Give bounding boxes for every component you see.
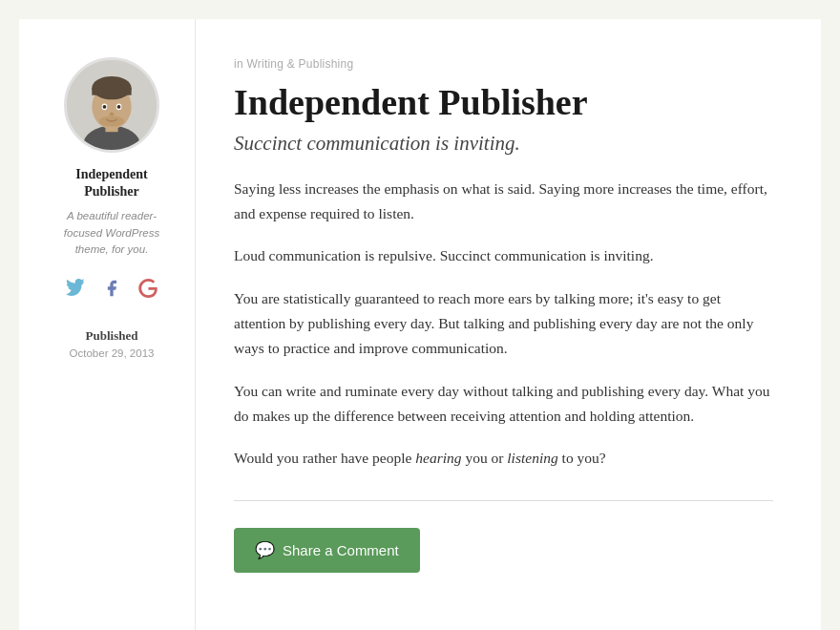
svg-point-11 — [99, 116, 124, 126]
paragraph-2: Loud communication is repulsive. Succinc… — [234, 243, 773, 268]
paragraph-1: Saying less increases the emphasis on wh… — [234, 177, 773, 227]
avatar — [64, 57, 159, 153]
author-description: A beautiful reader-focused WordPress the… — [48, 208, 176, 258]
article-subtitle: Succinct communication is inviting. — [234, 132, 773, 156]
article-body: Saying less increases the emphasis on wh… — [234, 177, 773, 472]
share-comment-button[interactable]: 💬 Share a Comment — [234, 528, 420, 573]
social-icons — [62, 275, 161, 302]
svg-point-9 — [117, 105, 121, 109]
breadcrumb: in Writing & Publishing — [234, 57, 773, 71]
svg-point-8 — [103, 105, 107, 109]
paragraph-5: Would you rather have people hearing you… — [234, 446, 773, 471]
paragraph-4: You can write and ruminate every day wit… — [234, 379, 773, 430]
google-icon[interactable] — [135, 275, 161, 302]
facebook-icon[interactable] — [98, 275, 125, 302]
comment-icon: 💬 — [255, 540, 275, 560]
page-wrapper: Independent Publisher A beautiful reader… — [19, 19, 821, 630]
twitter-icon[interactable] — [62, 275, 89, 302]
comment-button-label: Share a Comment — [283, 542, 399, 558]
article-title: Independent Publisher — [234, 82, 773, 124]
svg-rect-5 — [92, 88, 131, 95]
published-label: Published — [86, 328, 138, 344]
sidebar: Independent Publisher A beautiful reader… — [19, 19, 196, 630]
paragraph-3: You are statistically guaranteed to reac… — [234, 286, 773, 362]
divider — [234, 500, 773, 501]
published-date: October 29, 2013 — [70, 347, 155, 359]
svg-point-10 — [110, 113, 115, 116]
author-name: Independent Publisher — [48, 166, 176, 200]
main-content: in Writing & Publishing Independent Publ… — [196, 19, 821, 630]
